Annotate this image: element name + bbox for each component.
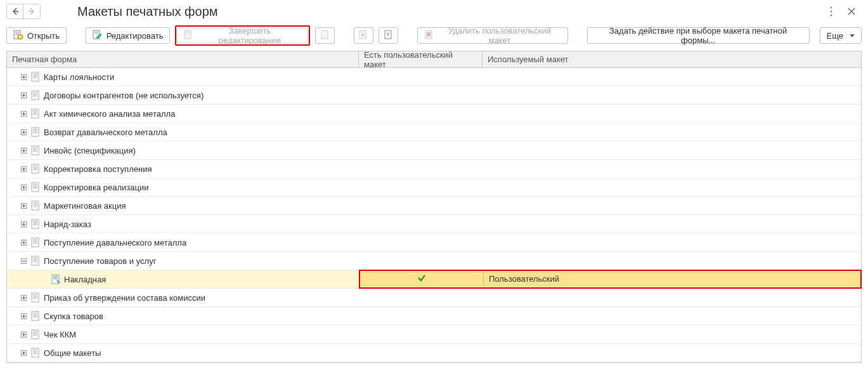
- svg-rect-48: [33, 113, 37, 114]
- nav-forward-button[interactable]: [23, 4, 40, 18]
- cell-form-name: Договоры контрагентов (не используется): [7, 90, 359, 100]
- svg-rect-137: [33, 331, 37, 332]
- expand-icon[interactable]: [20, 294, 27, 301]
- expand-icon[interactable]: [20, 312, 27, 320]
- table-row[interactable]: Маркетинговая акция: [7, 197, 861, 215]
- svg-rect-72: [33, 168, 37, 169]
- table-row[interactable]: Поступление давальческого металла: [7, 233, 861, 252]
- check-icon: [417, 273, 427, 285]
- document-icon: [31, 311, 40, 321]
- table-row[interactable]: Договоры контрагентов (не используется): [7, 86, 861, 105]
- nav-buttons: [6, 4, 41, 19]
- svg-rect-110: [33, 259, 37, 260]
- table-row[interactable]: Скупка товаров: [7, 307, 861, 325]
- delete-user-template-button[interactable]: Удалить пользовательский макет: [417, 27, 568, 44]
- row-label: Чек ККМ: [44, 330, 76, 339]
- table-row[interactable]: Акт химического анализа металла: [7, 105, 861, 123]
- open-button[interactable]: Открыть: [6, 27, 67, 44]
- svg-rect-105: [33, 243, 37, 244]
- expand-icon[interactable]: [20, 220, 27, 228]
- svg-rect-86: [33, 202, 37, 203]
- cell-form-name: Возврат давальческого металла: [7, 127, 359, 137]
- table-row[interactable]: Наряд-заказ: [7, 215, 861, 233]
- svg-rect-56: [33, 131, 37, 132]
- column-header-used[interactable]: Используемый макет: [483, 51, 861, 67]
- toolbar-icon-btn-3[interactable]: [379, 27, 398, 44]
- row-label: Накладная: [64, 275, 106, 284]
- svg-rect-30: [33, 74, 37, 74]
- set-action-button[interactable]: Задать действие при выборе макета печатн…: [587, 27, 810, 44]
- svg-rect-131: [33, 315, 37, 316]
- svg-rect-19: [186, 33, 190, 34]
- toolbar-icon-btn-1[interactable]: [315, 27, 335, 44]
- table-row[interactable]: Поступление товаров и услуг: [7, 252, 861, 270]
- edit-button[interactable]: Редактировать: [86, 27, 171, 44]
- expand-icon[interactable]: [20, 147, 27, 154]
- svg-rect-41: [33, 96, 37, 96]
- svg-rect-9: [15, 33, 19, 34]
- table-row[interactable]: Возврат давальческого металла: [7, 123, 861, 141]
- document-icon: [31, 145, 40, 155]
- table-row[interactable]: Инвойс (спецификация): [7, 141, 861, 160]
- set-action-label: Задать действие при выборе макета печатн…: [594, 26, 803, 45]
- table-row[interactable]: Корректировка реализации: [7, 178, 861, 197]
- table-row[interactable]: НакладнаяПользовательский: [7, 270, 861, 289]
- svg-rect-47: [33, 112, 37, 112]
- svg-rect-78: [33, 184, 37, 185]
- nav-back-button[interactable]: [7, 4, 23, 18]
- svg-point-4: [831, 15, 832, 16]
- svg-rect-64: [33, 150, 37, 150]
- cell-form-name: Корректировка реализации: [7, 182, 359, 192]
- table-row[interactable]: Общие макеты: [7, 344, 861, 362]
- cell-form-name: Чек ККМ: [7, 329, 359, 339]
- finish-edit-button[interactable]: Завершить редактирование: [177, 27, 308, 44]
- row-label: Договоры контрагентов (не используется): [44, 91, 204, 100]
- svg-rect-146: [33, 351, 37, 352]
- svg-rect-33: [33, 77, 37, 78]
- template-icon: [51, 274, 60, 284]
- table-row[interactable]: Корректировка поступления: [7, 160, 861, 178]
- column-header-form[interactable]: Печатная форма: [7, 51, 359, 67]
- toolbar-icon-btn-2[interactable]: [354, 27, 373, 44]
- svg-rect-8: [15, 32, 19, 32]
- more-button[interactable]: Еще: [820, 27, 862, 44]
- table-row[interactable]: Карты лояльности: [7, 68, 861, 86]
- svg-rect-46: [33, 110, 37, 111]
- cell-form-name: Карты лояльности: [7, 72, 359, 82]
- close-button[interactable]: [845, 5, 858, 18]
- svg-rect-87: [33, 204, 37, 204]
- header-bar: Макеты печатных форм: [0, 0, 868, 23]
- cell-form-name: Поступление товаров и услуг: [7, 256, 359, 266]
- expand-icon[interactable]: [20, 165, 27, 173]
- expand-icon[interactable]: [20, 110, 27, 117]
- svg-rect-18: [186, 32, 190, 32]
- expand-icon[interactable]: [20, 128, 27, 136]
- expand-icon[interactable]: [20, 239, 27, 246]
- svg-rect-55: [33, 130, 37, 131]
- column-header-has-user[interactable]: Есть пользовательский макет: [359, 51, 483, 67]
- svg-rect-63: [33, 148, 37, 149]
- table-row[interactable]: Приказ об утверждении состава комиссии: [7, 289, 861, 307]
- svg-rect-147: [33, 352, 37, 353]
- expand-icon[interactable]: [20, 91, 27, 99]
- svg-rect-115: [53, 277, 58, 278]
- row-label: Корректировка реализации: [44, 183, 148, 192]
- row-label: Поступление товаров и услуг: [44, 256, 156, 266]
- table-row[interactable]: Чек ККМ: [7, 325, 861, 344]
- svg-rect-132: [33, 317, 37, 317]
- document-icon: [31, 348, 40, 358]
- svg-rect-116: [53, 279, 58, 279]
- expand-icon[interactable]: [20, 331, 27, 338]
- expand-icon[interactable]: [20, 73, 27, 81]
- cell-form-name: Накладная: [7, 274, 359, 284]
- row-label: Наряд-заказ: [44, 220, 91, 229]
- expand-icon[interactable]: [20, 349, 27, 357]
- expand-icon[interactable]: [20, 202, 27, 209]
- cell-form-name: Скупка товаров: [7, 311, 359, 321]
- collapse-icon[interactable]: [20, 257, 27, 265]
- cell-form-name: Общие макеты: [7, 348, 359, 358]
- svg-rect-62: [33, 147, 37, 148]
- expand-icon[interactable]: [20, 183, 27, 191]
- kebab-menu-icon[interactable]: [825, 5, 838, 18]
- highlight-finish-edit: Завершить редактирование: [175, 25, 310, 46]
